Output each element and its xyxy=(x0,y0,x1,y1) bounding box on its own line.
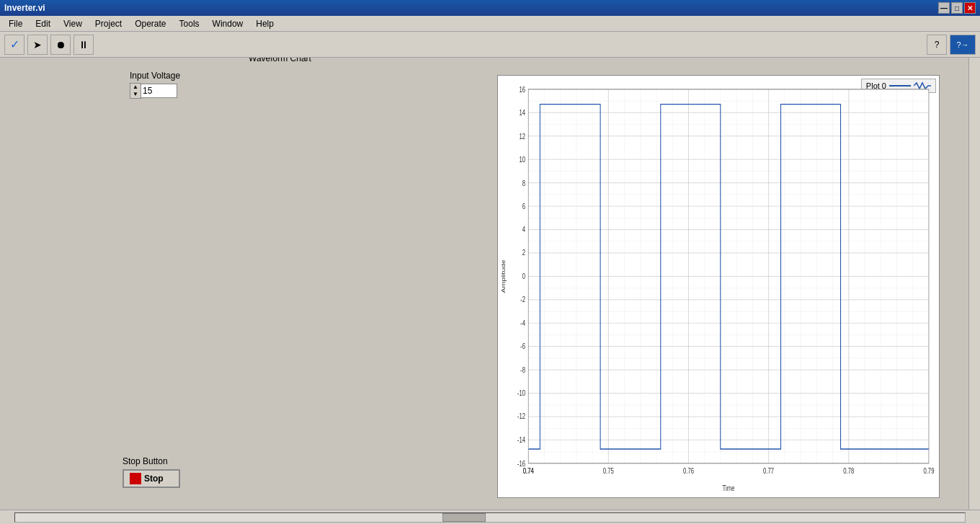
stop-area: Stop Button Stop xyxy=(122,456,180,488)
menu-project[interactable]: Project xyxy=(89,17,128,30)
menu-window[interactable]: Window xyxy=(207,17,249,30)
maximize-button[interactable]: □ xyxy=(951,2,963,14)
context-help-button[interactable]: ?→ xyxy=(950,35,976,55)
svg-text:2: 2 xyxy=(522,249,525,257)
main-panel: Input Voltage ▲ ▼ 15 Stop Button Stop Wa… xyxy=(0,58,980,510)
svg-text:Amplitude: Amplitude xyxy=(500,259,506,293)
help-button[interactable]: ? xyxy=(927,35,947,55)
titlebar: Inverter.vi — □ ✕ xyxy=(0,0,980,16)
svg-text:0.77: 0.77 xyxy=(763,467,774,475)
stop-red-icon xyxy=(130,473,141,484)
bottom-scrollbar[interactable] xyxy=(0,510,980,524)
svg-text:-6: -6 xyxy=(520,342,525,350)
menu-view[interactable]: View xyxy=(58,17,88,30)
svg-text:-4: -4 xyxy=(520,319,525,327)
right-scrollbar[interactable] xyxy=(968,58,980,510)
svg-text:-10: -10 xyxy=(517,389,525,397)
menu-file[interactable]: File xyxy=(3,17,28,30)
svg-text:4: 4 xyxy=(522,226,525,234)
svg-text:Time: Time xyxy=(723,484,735,492)
waveform-chart-wrapper: Waveform Chart Plot 0 xyxy=(249,66,954,504)
svg-text:-2: -2 xyxy=(520,296,525,303)
run-button[interactable]: ✓ xyxy=(4,35,24,55)
svg-text:0.76: 0.76 xyxy=(683,467,694,475)
svg-text:-14: -14 xyxy=(517,436,525,444)
svg-text:12: 12 xyxy=(519,133,525,141)
svg-text:16: 16 xyxy=(519,86,525,94)
stop-button-label: Stop Button xyxy=(122,456,180,466)
minimize-button[interactable]: — xyxy=(938,2,950,14)
chart-title: Waveform Chart xyxy=(249,58,311,63)
spinner-down[interactable]: ▼ xyxy=(130,91,141,98)
chart-svg: 16 14 12 10 8 6 4 2 0 -2 -4 -6 -8 -10 -1… xyxy=(498,76,939,497)
svg-text:0: 0 xyxy=(522,272,525,280)
window-title: Inverter.vi xyxy=(4,3,45,13)
spinner-up[interactable]: ▲ xyxy=(130,84,141,91)
voltage-input[interactable]: 15 xyxy=(141,84,177,98)
menubar: File Edit View Project Operate Tools Win… xyxy=(0,16,980,32)
svg-text:0.78: 0.78 xyxy=(843,467,854,475)
svg-text:0.75: 0.75 xyxy=(603,467,614,475)
svg-text:-8: -8 xyxy=(520,366,525,374)
toolbar: ✓ ➤ ⏺ ⏸ ? ?→ xyxy=(0,32,980,58)
svg-text:6: 6 xyxy=(522,203,525,210)
svg-text:8: 8 xyxy=(522,179,525,187)
titlebar-controls: — □ ✕ xyxy=(938,2,976,14)
svg-text:10: 10 xyxy=(519,156,525,164)
svg-text:0.79: 0.79 xyxy=(923,467,934,475)
menu-edit[interactable]: Edit xyxy=(30,17,56,30)
input-voltage-label: Input Voltage xyxy=(130,71,180,81)
close-button[interactable]: ✕ xyxy=(964,2,976,14)
svg-text:-12: -12 xyxy=(517,412,525,420)
run-arrow-button[interactable]: ➤ xyxy=(27,35,48,55)
input-voltage-control: ▲ ▼ 15 xyxy=(130,83,177,99)
spinner-buttons: ▲ ▼ xyxy=(130,83,141,99)
menu-help[interactable]: Help xyxy=(250,17,280,30)
svg-text:0.74: 0.74 xyxy=(523,467,534,475)
scrollbar-track[interactable] xyxy=(14,512,966,523)
record-button[interactable]: ⏺ xyxy=(50,35,71,55)
menu-tools[interactable]: Tools xyxy=(174,17,205,30)
chart-container: Plot 0 xyxy=(497,75,940,498)
stop-button[interactable]: Stop xyxy=(122,469,180,488)
pause-button[interactable]: ⏸ xyxy=(74,35,94,55)
scrollbar-thumb[interactable] xyxy=(442,513,486,522)
menu-operate[interactable]: Operate xyxy=(129,17,172,30)
svg-text:14: 14 xyxy=(519,109,525,117)
stop-text: Stop xyxy=(144,474,164,484)
